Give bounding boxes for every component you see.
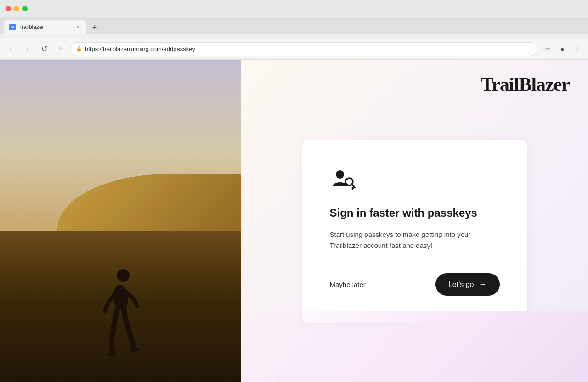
card-actions: Maybe later Let's go → [330,273,500,296]
maybe-later-button[interactable]: Maybe later [330,277,366,292]
svg-point-0 [117,269,130,282]
tab-title: Trailblazer [18,24,72,30]
svg-point-4 [336,170,344,179]
new-tab-button[interactable]: + [88,21,101,34]
lets-go-label: Let's go [448,281,474,289]
passkey-card: Sign in faster with passkeys Start using… [302,140,527,323]
lock-icon: 🔒 [76,46,82,52]
toolbar-right: ☆ ● ⋮ [541,43,583,56]
back-button[interactable]: ‹ [5,43,17,56]
minimize-button[interactable] [14,6,19,11]
profile-button[interactable]: ● [556,43,569,56]
runner-silhouette [93,265,148,366]
tab-close-button[interactable]: × [74,24,81,30]
reload-button[interactable]: ↺ [38,43,51,56]
close-button[interactable] [6,6,11,11]
browser-chrome: G Trailblazer × + [0,0,588,39]
page-content: TrailBlazer Sign in faster with passkeys… [0,60,588,382]
logo-text: TrailBlazer [481,73,570,96]
address-bar[interactable]: 🔒 https://trailblazerrunning.com/addpass… [71,42,537,56]
card-title: Sign in faster with passkeys [330,206,500,220]
svg-point-1 [112,284,129,311]
active-tab[interactable]: G Trailblazer × [4,20,86,34]
right-panel: TrailBlazer Sign in faster with passkeys… [241,60,588,382]
card-description: Start using passkeys to make getting int… [330,229,500,251]
home-button[interactable]: ⌂ [54,43,67,56]
menu-button[interactable]: ⋮ [571,43,583,56]
maximize-button[interactable] [22,6,28,11]
passkey-icon [330,167,356,193]
traffic-lights [6,6,28,11]
arrow-right-icon: → [479,280,487,289]
tab-bar: G Trailblazer × + [0,17,588,34]
svg-point-3 [130,347,139,352]
hero-image-panel [0,60,241,382]
forward-button[interactable]: › [21,43,34,56]
logo-area: TrailBlazer [481,73,570,96]
address-bar-row: ‹ › ↺ ⌂ 🔒 https://trailblazerrunning.com… [0,39,588,60]
svg-point-2 [107,352,116,356]
tab-favicon: G [9,24,16,30]
title-bar [0,0,588,17]
lets-go-button[interactable]: Let's go → [435,273,500,296]
bookmark-button[interactable]: ☆ [541,43,554,56]
url-text: https://trailblazerrunning.com/addpasske… [85,45,195,52]
